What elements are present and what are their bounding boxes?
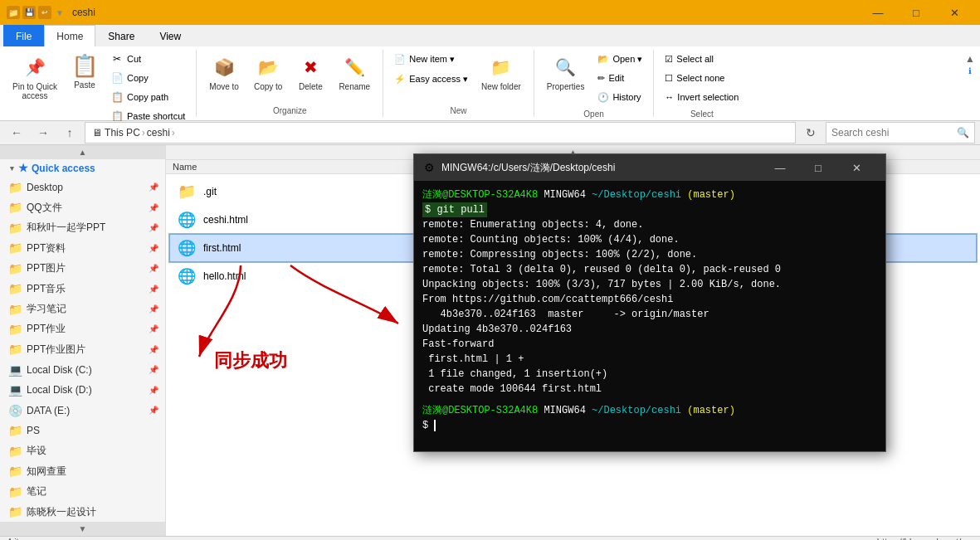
ribbon-group-new: 📄 New item ▾ ⚡ Easy access ▾ 📁 New folde… xyxy=(383,50,534,117)
sidebar-item-ps[interactable]: 📁 PS xyxy=(0,421,165,440)
terminal-minimize-button[interactable]: — xyxy=(761,154,799,181)
terminal-body[interactable]: 涟漪@DESKTOP-S32A4K8 MINGW64 ~/Desktop/ces… xyxy=(414,181,885,451)
refresh-button[interactable]: ↻ xyxy=(799,121,822,144)
ribbon-group-select: ☑ Select all ☐ Select none ↔ Invert sele… xyxy=(654,50,749,117)
sidebar-scroll-down[interactable]: ▼ xyxy=(0,522,165,536)
easy-access-button[interactable]: ⚡ Easy access ▾ xyxy=(390,70,472,88)
history-label: History xyxy=(612,92,641,102)
terminal-line-10: first.html | 1 + xyxy=(422,352,877,367)
design-icon: 📁 xyxy=(7,504,23,520)
copy-button[interactable]: 📄 Copy xyxy=(106,69,189,87)
tab-view[interactable]: View xyxy=(147,25,193,46)
sidebar-quick-access-header[interactable]: ▾ ★ Quick access xyxy=(0,159,165,178)
close-button[interactable]: ✕ xyxy=(935,0,973,25)
sidebar-item-c[interactable]: 💻 Local Disk (C:) 📌 xyxy=(0,360,165,380)
column-name[interactable]: Name xyxy=(173,162,197,172)
copy-path-label: Copy path xyxy=(127,92,168,102)
open-button[interactable]: 📂 Open ▾ xyxy=(593,50,646,68)
sidebar-item-study[interactable]: 📁 学习笔记 📌 xyxy=(0,299,165,319)
edit-label: Edit xyxy=(608,73,624,83)
history-button[interactable]: 🕐 History xyxy=(593,88,646,106)
edit-button[interactable]: ✏ Edit xyxy=(593,69,646,87)
properties-button[interactable]: 🔍 Properties xyxy=(541,50,591,95)
new-folder-label: New folder xyxy=(481,82,521,91)
ppt6-icon: 📁 xyxy=(7,341,23,358)
new-item-button[interactable]: 📄 New item ▾ xyxy=(390,50,472,68)
new-items: 📄 New item ▾ ⚡ Easy access ▾ 📁 New folde… xyxy=(390,50,527,103)
sidebar-item-ppt6[interactable]: 📁 PPT作业图片 📌 xyxy=(0,339,165,359)
sidebar-item-ppt4[interactable]: 📁 PPT音乐 📌 xyxy=(0,279,165,299)
organize-items: 📦 Move to 📂 Copy to ✖ Delete ✏️ Rename xyxy=(203,50,376,103)
undo-icon: ↩ xyxy=(38,6,51,19)
sidebar-item-qq[interactable]: 📁 QQ文件 📌 xyxy=(0,197,165,217)
back-button[interactable]: ← xyxy=(5,121,28,144)
terminal-output: remote: Enumerating objects: 4, done. re… xyxy=(422,217,877,396)
move-to-button[interactable]: 📦 Move to xyxy=(203,50,245,95)
paste-label: Paste xyxy=(74,80,95,90)
sidebar-item-design[interactable]: 📁 陈晓秋一起设计 xyxy=(0,502,165,522)
pin-indicator-12: 📌 xyxy=(149,406,158,415)
tab-home[interactable]: Home xyxy=(44,25,95,46)
save-icon: 💾 xyxy=(22,6,36,19)
ribbon-collapse[interactable]: ▲ ℹ xyxy=(960,50,980,117)
sidebar-item-d[interactable]: 💻 Local Disk (D:) 📌 xyxy=(0,380,165,400)
terminal-line-2: remote: Counting objects: 100% (4/4), do… xyxy=(422,232,877,247)
new-folder-button[interactable]: 📁 New folder xyxy=(475,50,527,95)
ppt1-icon: 📁 xyxy=(7,220,23,236)
terminal-close-button[interactable]: ✕ xyxy=(837,154,875,181)
sidebar-scroll-up[interactable]: ▲ xyxy=(0,145,165,159)
ceshi-name: ceshi.html xyxy=(203,214,248,226)
forward-button[interactable]: → xyxy=(32,121,55,144)
sidebar-item-notes[interactable]: 📁 笔记 xyxy=(0,482,165,502)
ppt5-icon: 📁 xyxy=(7,321,23,338)
cut-button[interactable]: ✂ Cut xyxy=(106,50,189,68)
ppt4-icon: 📁 xyxy=(7,280,23,297)
paste-shortcut-label: Paste shortcut xyxy=(127,111,185,121)
ribbon-content: 📌 Pin to Quick access 📋 Paste ✂ Cu xyxy=(0,46,980,121)
paste-shortcut-icon: 📋 xyxy=(110,110,124,122)
sidebar-item-e[interactable]: 💿 DATA (E:) 📌 xyxy=(0,401,165,421)
minimize-button[interactable]: — xyxy=(859,0,897,25)
delete-button[interactable]: ✖ Delete xyxy=(291,50,329,95)
select-all-button[interactable]: ☑ Select all xyxy=(661,50,743,68)
maximize-button[interactable]: □ xyxy=(897,0,935,25)
rename-button[interactable]: ✏️ Rename xyxy=(333,50,376,95)
easy-access-label: Easy access ▾ xyxy=(409,74,468,85)
invert-label: Invert selection xyxy=(677,92,739,102)
select-all-icon: ☑ xyxy=(665,54,673,65)
quick-access-expand[interactable]: ▾ xyxy=(7,163,17,173)
search-input[interactable] xyxy=(831,127,957,139)
copy-to-button[interactable]: 📂 Copy to xyxy=(248,50,288,95)
pin-indicator-6: 📌 xyxy=(149,285,158,294)
address-path[interactable]: 🖥 This PC › ceshi › xyxy=(85,122,796,144)
new-item-icon: 📄 xyxy=(394,54,406,65)
sidebar-item-zhiwang[interactable]: 📁 知网查重 xyxy=(0,461,165,481)
ribbon-group-organize: 📦 Move to 📂 Copy to ✖ Delete ✏️ Rename xyxy=(197,50,383,117)
move-icon: 📦 xyxy=(211,54,237,80)
sidebar-item-ppt5[interactable]: 📁 PPT作业 📌 xyxy=(0,319,165,339)
terminal-maximize-button[interactable]: □ xyxy=(799,154,837,181)
search-box[interactable]: 🔍 xyxy=(826,122,975,144)
pin-to-quick-access-button[interactable]: 📌 Pin to Quick access xyxy=(7,50,63,105)
sidebar-item-bshe[interactable]: 📁 毕设 xyxy=(0,441,165,461)
select-none-button[interactable]: ☐ Select none xyxy=(661,69,743,87)
tab-share[interactable]: Share xyxy=(95,25,147,46)
sidebar-item-ppt1[interactable]: 📁 和秋叶一起学PPT 📌 xyxy=(0,217,165,237)
copy-path-button[interactable]: 📋 Copy path xyxy=(106,88,189,106)
paste-button[interactable]: 📋 Paste xyxy=(66,50,103,92)
select-all-label: Select all xyxy=(676,54,714,64)
sidebar-item-ppt3[interactable]: 📁 PPT图片 📌 xyxy=(0,258,165,278)
ps-icon: 📁 xyxy=(7,422,23,439)
ppt3-icon: 📁 xyxy=(7,260,23,277)
sidebar-item-desktop[interactable]: 📁 Desktop 📌 xyxy=(0,177,165,197)
tab-file[interactable]: File xyxy=(3,25,44,46)
properties-icon: 🔍 xyxy=(553,54,579,80)
search-icon[interactable]: 🔍 xyxy=(957,127,969,139)
zhiwang-icon: 📁 xyxy=(7,463,23,479)
up-button[interactable]: ↑ xyxy=(58,121,81,144)
sidebar-item-ppt2[interactable]: 📁 PPT资料 📌 xyxy=(0,238,165,258)
rename-label: Rename xyxy=(339,82,370,91)
select-none-icon: ☐ xyxy=(665,73,673,84)
invert-selection-button[interactable]: ↔ Invert selection xyxy=(661,88,743,106)
properties-label: Properties xyxy=(547,82,585,91)
